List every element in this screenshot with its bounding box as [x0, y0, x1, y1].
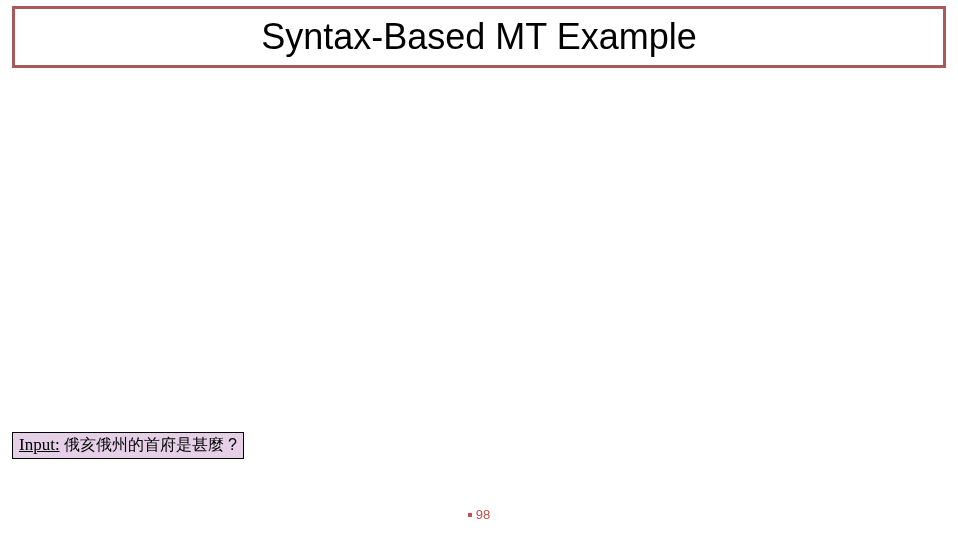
slide-title-box: Syntax-Based MT Example — [12, 6, 946, 68]
input-example-box: Input: 俄亥俄州的首府是甚麼 ? — [12, 432, 244, 459]
page-number: 98 — [476, 507, 490, 522]
input-text: 俄亥俄州的首府是甚麼 ? — [64, 435, 237, 456]
slide-title: Syntax-Based MT Example — [261, 16, 697, 58]
slide-footer: 98 — [0, 507, 958, 522]
footer-bullet-icon — [468, 513, 472, 517]
input-label: Input: — [19, 435, 60, 455]
